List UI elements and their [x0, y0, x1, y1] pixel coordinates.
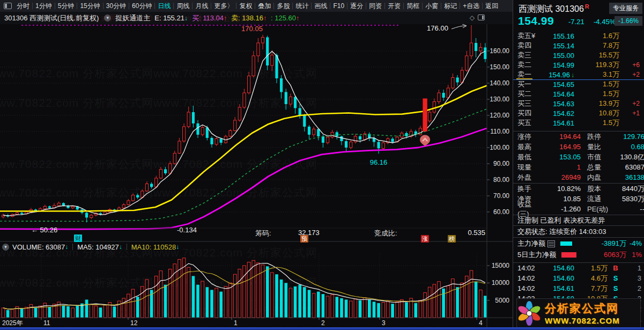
menu-item-标记[interactable]: 标记 — [442, 2, 459, 11]
stat-value: 164.95 — [539, 143, 581, 151]
stat-label: 现量 — [513, 163, 539, 172]
order-book-price: 155.00 — [541, 52, 574, 60]
stat-value: 10.85 — [539, 195, 581, 203]
svg-text:4: 4 — [479, 319, 483, 327]
order-book-row[interactable]: 卖五¥155.161.6万 — [513, 31, 644, 41]
indicator-buy-value: 买: 113.04 — [192, 13, 224, 23]
menu-item-开资[interactable]: 开资 — [386, 2, 403, 11]
divider — [127, 244, 127, 250]
tick-direction: B — [608, 264, 624, 272]
order-book-volume: 3.1万 — [574, 70, 619, 79]
chart-corner-icons[interactable]: ◇ — [470, 14, 485, 21]
stat-value: 194.64 — [539, 133, 581, 141]
bid-ask-divider — [513, 79, 644, 80]
menu-separator — [255, 3, 255, 9]
order-book-volume: 1.5万 — [574, 79, 619, 89]
menu-item-月线[interactable]: 月线 — [193, 2, 210, 11]
menu-item-复权[interactable]: 复权 — [237, 2, 254, 11]
order-book-row[interactable]: 买四154.6210.8万+1 — [513, 108, 644, 118]
menu-separator — [347, 3, 347, 9]
menu-item-周线[interactable]: 周线 — [174, 2, 191, 11]
stat-label: 市值 — [581, 152, 612, 162]
menu-item-30分钟[interactable]: 30分钟 — [104, 2, 128, 11]
up-arrow-icon: ↑ — [263, 14, 267, 22]
menu-item-叠加[interactable]: 叠加 — [256, 2, 273, 11]
order-book-price: 154.64 — [541, 90, 574, 98]
tick-row: 14:02154.601.5万B1 — [513, 263, 644, 273]
stat-label: 涨停 — [513, 132, 539, 142]
menu-item-简框[interactable]: 简框 — [404, 2, 421, 11]
tick-volume: 1.5万 — [574, 263, 608, 273]
order-book-price: 155.14 — [541, 42, 574, 50]
order-book-delta: +2 — [619, 71, 642, 78]
candlestick-chart[interactable]: 160.00150.00140.00130.00120.00110.00100.… — [0, 24, 513, 327]
menu-item-统计[interactable]: 统计 — [293, 2, 310, 11]
stats-block-1: 涨停194.64跌停129.76最高164.95量比0.68最低153.05市值… — [513, 131, 644, 182]
order-book-label: 买一 — [513, 79, 541, 89]
svg-text:96.16: 96.16 — [370, 158, 388, 166]
menu-item-返回[interactable]: 返回 — [483, 2, 500, 11]
tick-time: 14:02 — [513, 284, 542, 292]
menu-item-15分钟[interactable]: 15分钟 — [78, 2, 102, 11]
order-book-row[interactable]: 卖一154.96↓3.1万+2 — [513, 70, 644, 79]
list-icon[interactable] — [547, 240, 555, 247]
menu-item-+自选[interactable]: +自选 — [461, 2, 482, 11]
menu-item-5分钟[interactable]: 5分钟 — [56, 2, 77, 11]
logo-text-cn: 分析家公式网 — [545, 301, 620, 316]
order-book-volume: 119.3万 — [574, 60, 619, 70]
menu-item-多股[interactable]: 多股 — [275, 2, 292, 11]
svg-text:90.00: 90.00 — [493, 160, 509, 167]
tick-direction: S — [608, 274, 624, 282]
listing-info: 注册制 已盈利 表决权无差异 — [513, 215, 644, 225]
svg-text:12: 12 — [130, 319, 138, 327]
menu-separator — [384, 3, 385, 9]
stat-label: 量比 — [581, 142, 612, 152]
volume-ma10: MA10: 110528 — [131, 243, 176, 251]
flower-logo-icon — [517, 301, 542, 326]
down-arrow-icon: ↓ — [65, 243, 68, 251]
tick-price: 154.60 — [542, 274, 574, 282]
order-book-row[interactable]: 买三154.6313.9万+2 — [513, 99, 644, 108]
order-book-row[interactable]: 卖三155.0015.5万 — [513, 50, 644, 60]
menu-item-逐分[interactable]: 逐分 — [348, 2, 365, 11]
order-book-row[interactable]: 买五154.611.5万 — [513, 118, 644, 128]
menu-item-更多〉[interactable]: 更多〉 — [212, 2, 235, 11]
indicator-name[interactable]: 捉妖通道主 — [115, 13, 150, 23]
indicator-sell-value: 卖: 138.16 — [231, 13, 263, 23]
split-window-icon[interactable] — [478, 14, 485, 20]
tick-price: 154.60 — [542, 264, 574, 272]
order-book-volume: 7.8万 — [574, 41, 619, 50]
menu-item-分时[interactable]: 分时 — [14, 2, 32, 11]
order-book-volume: 1.5万 — [574, 118, 619, 128]
window-icon[interactable] — [4, 3, 12, 9]
svg-text:176.00: 176.00 — [427, 24, 448, 32]
main-net-flows: 主力净额 -3891万 -4% 5日主力净额 6063万 1% — [513, 237, 644, 262]
stat-value: 26949 — [539, 173, 581, 181]
order-book-row[interactable]: 卖二154.99119.3万+6 — [513, 60, 644, 70]
order-book-label: 卖四 — [513, 41, 541, 50]
tick-time: 14:02 — [513, 264, 542, 272]
menu-item-画线[interactable]: 画线 — [312, 2, 329, 11]
chevron-down-circle-icon[interactable]: ▾ — [2, 244, 9, 251]
r-badge: R — [585, 3, 589, 10]
menu-item-F10[interactable]: F10 — [331, 2, 346, 10]
order-book-row[interactable]: 卖四155.147.8万 — [513, 41, 644, 50]
chevron-down-circle-icon[interactable]: ▾ — [104, 14, 111, 21]
diamond-icon[interactable]: ◇ — [470, 14, 478, 21]
menu-item-同资[interactable]: 同资 — [367, 2, 384, 11]
stat-value: 0.68 — [612, 143, 644, 151]
order-book-row[interactable]: 买二154.641.5万 — [513, 89, 644, 99]
svg-text:11: 11 — [43, 319, 50, 327]
order-book-row[interactable]: 买一154.651.5万 — [513, 79, 644, 89]
top-menu-bar: 分时1分钟5分钟15分钟30分钟60分钟日线周线月线更多〉复权叠加多股统计画线F… — [0, 0, 513, 12]
menu-item-日线[interactable]: 日线 — [156, 2, 173, 11]
menu-item-1分钟[interactable]: 1分钟 — [33, 2, 54, 11]
svg-text:3: 3 — [382, 319, 386, 327]
menu-item-60分钟[interactable]: 60分钟 — [130, 2, 154, 11]
menu-item-小窗[interactable]: 小窗 — [423, 2, 440, 11]
bottom-window-edge — [0, 327, 644, 330]
stat-value: -1.260 — [539, 205, 581, 213]
badge-cai[interactable]: 财 — [74, 234, 82, 242]
svg-text:150.00: 150.00 — [490, 63, 509, 71]
service-badge[interactable]: 专业服务 — [609, 3, 642, 14]
